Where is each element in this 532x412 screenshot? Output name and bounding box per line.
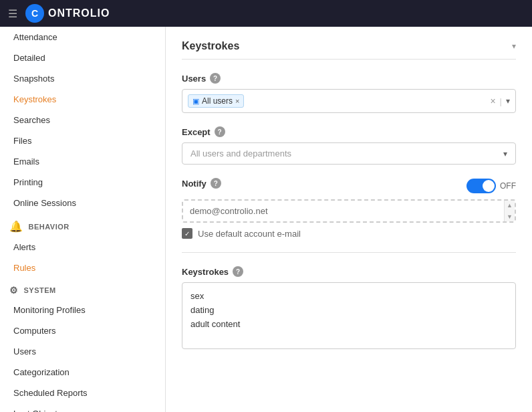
notify-toggle[interactable]	[467, 179, 496, 193]
divider	[182, 252, 516, 253]
email-scroll: ▲ ▼	[504, 201, 515, 221]
users-section: Users ? ▣ All users × × | ▾	[182, 73, 516, 113]
all-users-tag[interactable]: ▣ All users ×	[188, 94, 244, 108]
sidebar-item-detailed[interactable]: Detailed	[0, 47, 165, 68]
toggle-knob	[483, 180, 495, 192]
except-label: Except ?	[182, 126, 516, 137]
content-header: Keystrokes ▾	[182, 40, 516, 60]
logo: C ONTROLIO	[25, 4, 110, 23]
sidebar-item-lost-objects[interactable]: Lost Objects	[0, 403, 165, 412]
content-title: Keystrokes	[182, 40, 239, 52]
users-dropdown-arrow[interactable]: ▾	[506, 96, 510, 106]
sidebar-item-printing[interactable]: Printing	[0, 172, 165, 193]
bell-icon: 🔔	[9, 220, 23, 233]
sidebar-item-categorization[interactable]: Categorization	[0, 362, 165, 383]
sidebar-item-emails[interactable]: Emails	[0, 151, 165, 172]
notify-help-icon[interactable]: ?	[211, 178, 221, 189]
checkbox-row: ✓ Use default account e-mail	[182, 228, 516, 239]
sidebar-item-searches[interactable]: Searches	[0, 110, 165, 130]
sidebar-item-alerts[interactable]: Alerts	[0, 237, 165, 258]
notify-row: Notify ? OFF	[182, 178, 516, 194]
content-area: Keystrokes ▾ Users ? ▣ All users ×	[166, 27, 532, 412]
sidebar-scroll-area[interactable]: Attendance Detailed Snapshots Keystrokes…	[0, 27, 165, 412]
sidebar-item-users[interactable]: Users	[0, 341, 165, 362]
except-dropdown[interactable]: All users and departments ▾	[182, 142, 516, 165]
users-select-tags: ▣ All users ×	[188, 94, 490, 108]
keystrokes-textarea[interactable]: sexdatingadult content	[182, 282, 516, 349]
logo-letter: C	[31, 8, 38, 19]
except-section: Except ? All users and departments ▾	[182, 126, 516, 165]
keystrokes-label: Keystrokes ?	[182, 266, 516, 277]
content-dropdown-arrow[interactable]: ▾	[512, 41, 516, 51]
users-label: Users ?	[182, 73, 516, 84]
sidebar-item-monitoring-profiles[interactable]: Monitoring Profiles	[0, 300, 165, 320]
users-help-icon[interactable]: ?	[210, 73, 221, 84]
keystrokes-help-icon[interactable]: ?	[233, 266, 243, 277]
checkbox-label: Use default account e-mail	[198, 229, 301, 239]
behavior-section: 🔔 BEHAVIOR	[0, 213, 165, 237]
users-select[interactable]: ▣ All users × × | ▾	[182, 89, 516, 113]
email-input-wrapper: ▲ ▼	[182, 199, 516, 223]
sidebar-item-scheduled-reports[interactable]: Scheduled Reports	[0, 383, 165, 403]
sidebar-item-files[interactable]: Files	[0, 130, 165, 151]
keystrokes-section: Keystrokes ? sexdatingadult content	[182, 266, 516, 349]
sidebar-item-keystrokes[interactable]: Keystrokes	[0, 89, 165, 110]
notify-section: Notify ? OFF ▲ ▼	[182, 178, 516, 239]
default-email-checkbox[interactable]: ✓	[182, 228, 192, 239]
email-input[interactable]	[183, 201, 504, 221]
gear-icon: ⚙	[9, 285, 19, 296]
sidebar-item-online-sessions[interactable]: Online Sessions	[0, 193, 165, 213]
except-arrow-icon: ▾	[503, 149, 507, 159]
logo-circle: C	[25, 4, 44, 23]
topbar: ☰ C ONTROLIO	[0, 0, 532, 27]
toggle-label: OFF	[500, 181, 516, 191]
tag-label: All users	[202, 96, 233, 106]
sidebar-item-snapshots[interactable]: Snapshots	[0, 68, 165, 89]
except-help-icon[interactable]: ?	[215, 126, 225, 137]
sidebar-item-computers[interactable]: Computers	[0, 320, 165, 341]
sidebar: Attendance Detailed Snapshots Keystrokes…	[0, 27, 166, 412]
check-icon: ✓	[184, 230, 190, 237]
hamburger-icon[interactable]: ☰	[8, 7, 17, 20]
notify-toggle-container: OFF	[467, 179, 516, 193]
scroll-up-arrow[interactable]: ▲	[507, 202, 513, 209]
except-placeholder: All users and departments	[190, 148, 291, 159]
tag-icon: ▣	[192, 97, 199, 106]
system-section: ⚙ SYSTEM	[0, 278, 165, 300]
logo-text: ONTROLIO	[48, 7, 110, 19]
users-clear-button[interactable]: ×	[490, 96, 495, 106]
sidebar-item-attendance[interactable]: Attendance	[0, 27, 165, 47]
users-select-controls: × | ▾	[490, 96, 510, 106]
tag-close-button[interactable]: ×	[235, 97, 239, 105]
notify-label: Notify ?	[182, 178, 221, 189]
sidebar-item-rules[interactable]: Rules	[0, 258, 165, 278]
scroll-down-arrow[interactable]: ▼	[507, 213, 513, 220]
main-layout: Attendance Detailed Snapshots Keystrokes…	[0, 27, 532, 412]
